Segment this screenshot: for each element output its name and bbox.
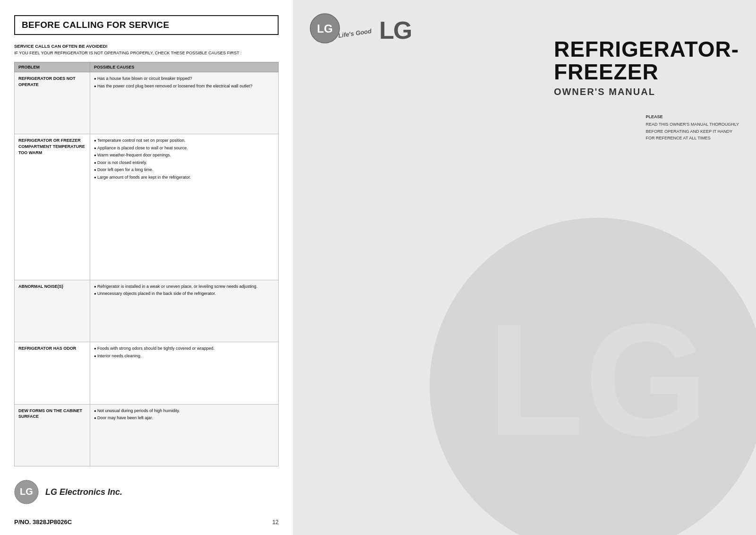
lifes-good-text: Life's Good <box>338 27 372 39</box>
lg-logo-top: LG Life's Good LG <box>310 13 411 43</box>
causes-cell: Temperature control not set on proper po… <box>90 134 279 280</box>
cause-item: Temperature control not set on proper po… <box>94 138 274 144</box>
problem-cell: REFRIGERATOR HAS ODOR <box>15 342 90 404</box>
manual-title-area: REFRIGERATOR- FREEZER OWNER'S MANUAL <box>554 38 739 97</box>
page-number: 12 <box>272 519 279 526</box>
col-header-problem: PROBLEM <box>15 62 90 72</box>
causes-cell: Not unusual during periods of high humid… <box>90 404 279 466</box>
section-title: BEFORE CALLING FOR SERVICE <box>22 20 271 30</box>
causes-cell: Foods with strong odors should be tightl… <box>90 342 279 404</box>
cause-item: Appliance is placed close to wall or hea… <box>94 145 274 152</box>
cause-item: Large amount of foods are kept in the re… <box>94 174 274 181</box>
manual-title-line1: REFRIGERATOR- <box>554 38 739 60</box>
causes-cell: Has a house fuse blown or circuit breake… <box>90 72 279 134</box>
problem-cell: REFRIGERATOR DOES NOT OPERATE <box>15 72 90 134</box>
causes-cell: Refrigerator is installed in a weak or u… <box>90 280 279 342</box>
right-panel: LG LG Life's Good LG REFRIGERATOR- FREEZ… <box>293 0 756 535</box>
section-title-box: BEFORE CALLING FOR SERVICE <box>14 15 279 35</box>
please-label: PLEASE <box>646 113 739 120</box>
lg-top-logo-icon: LG <box>310 13 340 43</box>
please-area: PLEASE READ THIS OWNER'S MANUAL THOROUGH… <box>646 113 739 142</box>
table-row: REFRIGERATOR HAS ODORFoods with strong o… <box>15 342 279 404</box>
cause-item: Not unusual during periods of high humid… <box>94 408 274 414</box>
cause-item: Unnecessary objects placed in the back s… <box>94 291 274 297</box>
svg-text:LG: LG <box>20 486 33 497</box>
intro-sub-text: IF YOU FEEL YOUR REFRIGERATOR IS NOT OPE… <box>14 51 279 55</box>
table-row: ABNORMAL NOISE(S)Refrigerator is install… <box>15 280 279 342</box>
lg-electronics-label: LG Electronics Inc. <box>45 487 122 497</box>
cause-item: Refrigerator is installed in a weak or u… <box>94 284 274 290</box>
col-header-causes: POSSIBLE CAUSES <box>90 62 279 72</box>
part-number: P/NO. 3828JP8026C <box>14 514 72 526</box>
cause-item: Has the power cord plug been removed or … <box>94 83 274 90</box>
bottom-logo-area: LG LG Electronics Inc. <box>14 480 279 504</box>
cause-item: Foods with strong odors should be tightl… <box>94 345 274 352</box>
table-row: REFRIGERATOR OR FREEZER COMPARTMENT TEMP… <box>15 134 279 280</box>
intro-bold-text: SERVICE CALLS CAN OFTEN BE AVOIDED! <box>14 43 279 49</box>
please-text: READ THIS OWNER'S MANUAL THOROUGHLY BEFO… <box>646 121 739 141</box>
manual-title-sub: OWNER'S MANUAL <box>554 86 739 97</box>
table-row: DEW FORMS ON THE CABINET SURFACENot unus… <box>15 404 279 466</box>
cause-item: Has a house fuse blown or circuit breake… <box>94 76 274 82</box>
lg-watermark-icon: LG <box>421 209 756 535</box>
service-table: PROBLEM POSSIBLE CAUSES REFRIGERATOR DOE… <box>14 62 279 466</box>
cause-item: Door may have been left ajar. <box>94 415 274 422</box>
cause-item: Warm weather-frequent door openings. <box>94 152 274 159</box>
svg-text:LG: LG <box>317 22 332 35</box>
lg-brand-text: LG <box>379 18 411 43</box>
lg-electronics-logo-icon: LG <box>14 480 39 504</box>
problem-cell: ABNORMAL NOISE(S) <box>15 280 90 342</box>
table-row: REFRIGERATOR DOES NOT OPERATEHas a house… <box>15 72 279 134</box>
problem-cell: DEW FORMS ON THE CABINET SURFACE <box>15 404 90 466</box>
cause-item: Door left open for a long time. <box>94 167 274 173</box>
cause-item: Door is not closed entirely. <box>94 160 274 166</box>
problem-cell: REFRIGERATOR OR FREEZER COMPARTMENT TEMP… <box>15 134 90 280</box>
cause-item: Interior needs cleaning. <box>94 353 274 360</box>
left-panel: BEFORE CALLING FOR SERVICE SERVICE CALLS… <box>0 0 293 535</box>
manual-title-line2: FREEZER <box>554 60 739 83</box>
svg-text:LG: LG <box>487 290 709 469</box>
